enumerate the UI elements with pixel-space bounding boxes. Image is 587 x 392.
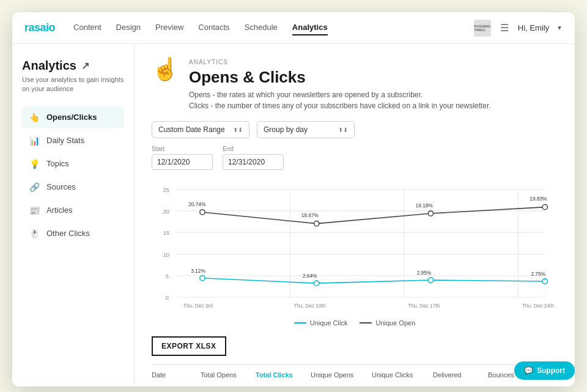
- chart-svg: 25 20 15 10 5 0: [152, 180, 558, 314]
- svg-text:19.83%: 19.83%: [530, 196, 547, 202]
- sidebar-item-opens-clicks[interactable]: 👆 Opens/Clicks: [22, 106, 124, 128]
- svg-point-17: [428, 211, 433, 216]
- svg-text:2.75%: 2.75%: [531, 271, 545, 277]
- svg-text:0: 0: [166, 295, 169, 301]
- nav-right: PUSHINGTIMES ☰ Hi, Emily ▼: [474, 20, 563, 37]
- page-desc-line1: Opens - the rates at which your newslett…: [189, 89, 491, 100]
- svg-text:25: 25: [163, 187, 169, 193]
- legend-unique-click: Unique Click: [294, 319, 348, 327]
- sidebar: Analytics ↗ Use your analytics to gain i…: [12, 44, 135, 386]
- col-unique-opens: Unique Opens: [311, 371, 372, 379]
- group-by-arrow: ⬆⬇: [338, 127, 348, 133]
- svg-text:2.64%: 2.64%: [303, 273, 317, 279]
- notifications-icon[interactable]: ☰: [498, 22, 511, 34]
- main-layout: Analytics ↗ Use your analytics to gain i…: [12, 44, 575, 386]
- nav-item-schedule[interactable]: Schedule: [245, 20, 278, 35]
- nav-user[interactable]: Hi, Emily: [518, 23, 549, 32]
- sidebar-item-daily-stats[interactable]: 📊 Daily Stats: [22, 130, 124, 152]
- daily-stats-icon: 📊: [28, 135, 40, 147]
- end-date-field: End: [223, 146, 284, 170]
- nav-avatar: PUSHINGTIMES: [474, 20, 491, 37]
- sidebar-item-sources[interactable]: 🔗 Sources: [22, 176, 124, 198]
- controls-row: Custom Date Range ⬆⬇ Group by day ⬆⬇: [152, 121, 558, 138]
- main-content: ☝️ ANALYTICS Opens & Clicks Opens - the …: [135, 44, 575, 386]
- top-nav: rasaio Content Design Preview Contacts S…: [12, 12, 575, 44]
- svg-point-24: [314, 281, 319, 286]
- svg-text:5: 5: [166, 273, 169, 279]
- end-date-label: End: [223, 146, 284, 152]
- date-range-select[interactable]: Custom Date Range ⬆⬇: [152, 121, 249, 138]
- start-date-input[interactable]: [152, 154, 213, 170]
- svg-text:20.74%: 20.74%: [188, 201, 206, 207]
- sidebar-title: Analytics ↗: [22, 59, 124, 73]
- support-button[interactable]: 💬 Support: [514, 361, 575, 380]
- svg-point-25: [428, 278, 433, 283]
- logo[interactable]: rasaio: [24, 21, 55, 34]
- col-unique-clicks: Unique Clicks: [372, 371, 433, 379]
- col-total-clicks: Total Clicks: [256, 371, 311, 379]
- export-xlsx-button[interactable]: EXPORT XLSX: [152, 336, 226, 356]
- table-header: Date Total Opens Total Clicks Unique Ope…: [152, 364, 558, 379]
- svg-text:Thu, Dec 3rd: Thu, Dec 3rd: [183, 303, 213, 309]
- nav-item-analytics[interactable]: Analytics: [292, 20, 328, 35]
- svg-text:3.12%: 3.12%: [191, 268, 205, 274]
- nav-item-preview[interactable]: Preview: [155, 20, 183, 35]
- svg-text:20: 20: [163, 209, 169, 215]
- sidebar-item-articles[interactable]: 📰 Articles: [22, 199, 124, 221]
- svg-text:Thu, Dec 10th: Thu, Dec 10th: [294, 303, 326, 309]
- svg-point-23: [200, 276, 205, 281]
- nav-items: Content Design Preview Contacts Schedule…: [73, 20, 474, 35]
- page-title: Opens & Clicks: [189, 68, 491, 87]
- svg-text:Thu, Dec 24th: Thu, Dec 24th: [522, 303, 555, 309]
- sources-icon: 🔗: [28, 181, 40, 193]
- analytics-icon: ↗: [81, 60, 89, 72]
- svg-point-26: [542, 279, 547, 284]
- start-date-field: Start: [152, 146, 213, 170]
- end-date-input[interactable]: [223, 154, 284, 170]
- opens-clicks-icon: 👆: [28, 111, 40, 124]
- svg-text:2.95%: 2.95%: [417, 270, 432, 276]
- page-header-icon: ☝️: [152, 56, 179, 82]
- chart-legend: Unique Click Unique Open: [152, 319, 558, 327]
- sidebar-item-other-clicks[interactable]: 🖱️ Other Clicks: [22, 223, 124, 245]
- svg-text:19.18%: 19.18%: [416, 202, 434, 209]
- chart-container: 25 20 15 10 5 0: [152, 180, 558, 314]
- sidebar-description: Use your analytics to gain insights on y…: [22, 75, 124, 94]
- svg-point-15: [200, 210, 205, 215]
- svg-point-18: [542, 204, 547, 209]
- page-header: ☝️ ANALYTICS Opens & Clicks Opens - the …: [152, 59, 558, 111]
- svg-text:10: 10: [163, 252, 169, 258]
- legend-line-teal: [294, 322, 306, 324]
- svg-text:18.67%: 18.67%: [301, 212, 319, 218]
- svg-text:15: 15: [163, 230, 169, 236]
- date-row: Start End: [152, 146, 558, 170]
- other-clicks-icon: 🖱️: [28, 227, 40, 240]
- articles-icon: 📰: [28, 204, 40, 216]
- chevron-down-icon: ▼: [556, 24, 563, 31]
- sidebar-nav: 👆 Opens/Clicks 📊 Daily Stats 💡 Topics 🔗 …: [22, 106, 124, 245]
- col-delivered: Delivered: [433, 371, 488, 379]
- date-range-arrow: ⬆⬇: [233, 127, 243, 133]
- topics-icon: 💡: [28, 158, 40, 170]
- nav-item-content[interactable]: Content: [73, 20, 102, 35]
- page-desc-line2: Clicks - the number of times any of your…: [189, 100, 491, 111]
- legend-line-dark: [360, 322, 372, 324]
- col-date: Date: [152, 371, 201, 379]
- legend-unique-open: Unique Open: [360, 319, 415, 327]
- page-header-text: ANALYTICS Opens & Clicks Opens - the rat…: [189, 59, 491, 111]
- analytics-sub-label: ANALYTICS: [189, 59, 491, 65]
- start-date-label: Start: [152, 146, 213, 152]
- col-total-opens: Total Opens: [201, 371, 256, 379]
- nav-item-design[interactable]: Design: [116, 20, 141, 35]
- sidebar-item-topics[interactable]: 💡 Topics: [22, 153, 124, 175]
- nav-item-contacts[interactable]: Contacts: [198, 20, 229, 35]
- svg-point-16: [314, 221, 319, 226]
- svg-text:Thu, Dec 17th: Thu, Dec 17th: [408, 303, 440, 309]
- support-icon: 💬: [524, 366, 533, 375]
- group-by-select[interactable]: Group by day ⬆⬇: [257, 121, 355, 138]
